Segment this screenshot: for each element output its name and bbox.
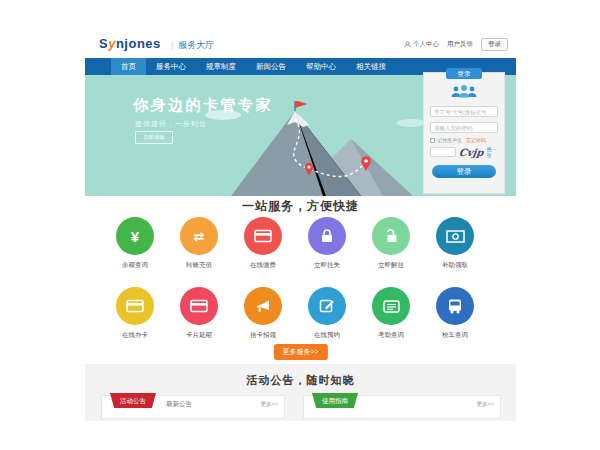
remember-checkbox[interactable] — [430, 138, 435, 143]
service-label[interactable]: 在线预约 — [295, 331, 359, 340]
login-panel: 登录 记住用户名 忘记密码 Cvjp 换一张 登录 — [423, 72, 505, 194]
header-login-button[interactable]: 登录 — [481, 38, 508, 51]
logo-accent: y — [108, 36, 116, 51]
login-tab[interactable]: 登录 — [446, 68, 482, 79]
list-icon[interactable] — [372, 287, 410, 325]
portal-name-label: 服务大厅 — [178, 40, 214, 50]
services-section-title: 一站服务，方便快捷 — [85, 198, 516, 215]
bus-icon[interactable] — [436, 287, 474, 325]
card-icon[interactable] — [244, 217, 282, 255]
personal-center-label: 个人中心 — [413, 40, 439, 49]
service-label[interactable]: 立即挂失 — [295, 261, 359, 270]
service-label[interactable]: 在线办卡 — [103, 331, 167, 340]
captcha-input[interactable] — [430, 147, 456, 157]
person-icon — [404, 41, 411, 48]
service-item-11: 校车查询 — [423, 287, 487, 340]
nav-item-1[interactable]: 服务中心 — [146, 58, 196, 75]
header-right: 个人中心 用户反馈 登录 — [404, 38, 508, 51]
service-item-6: 在线办卡 — [103, 287, 167, 340]
more-services-button[interactable]: 更多服务>> — [273, 344, 327, 360]
username-input[interactable] — [430, 106, 498, 117]
site-page: Synjones |服务大厅 个人中心 用户反馈 登录 首页服务中心规章制度新闻… — [85, 30, 516, 421]
service-label[interactable]: 立即解挂 — [359, 261, 423, 270]
edit-icon[interactable] — [308, 287, 346, 325]
banner-subtitle: 提供捷径，一步到位 — [135, 119, 207, 129]
right-ribbon-tab[interactable]: 使用指南 — [312, 393, 358, 408]
nav-item-4[interactable]: 帮助中心 — [296, 58, 346, 75]
service-label[interactable]: 在线缴费 — [231, 261, 295, 270]
captcha-row: Cvjp 换一张 — [430, 146, 500, 158]
user-feedback-label: 用户反馈 — [447, 40, 473, 49]
service-label[interactable]: 余额查询 — [103, 261, 167, 270]
service-item-1: ⇄转账充值 — [167, 217, 231, 270]
banner-cta-button[interactable]: 立即体验 — [135, 131, 173, 144]
hero-banner: 你身边的卡管专家 提供捷径，一步到位 立即体验 登录 记住用户名 忘记密码 Cv… — [85, 75, 516, 196]
logo[interactable]: Synjones — [99, 36, 161, 51]
logo-s: S — [99, 36, 108, 51]
remember-row: 记住用户名 忘记密码 — [430, 137, 500, 143]
nav-item-5[interactable]: 相关链接 — [346, 58, 396, 75]
nav-item-0[interactable]: 首页 — [111, 58, 146, 75]
service-label[interactable]: 考勤查询 — [359, 331, 423, 340]
logo-rest: njones — [116, 36, 161, 51]
yen-icon[interactable]: ¥ — [116, 217, 154, 255]
service-item-5: 补助领取 — [423, 217, 487, 270]
banner-title: 你身边的卡管专家 — [133, 96, 273, 115]
service-item-8: 拾卡招领 — [231, 287, 295, 340]
announcements-section: 活动公告，随时知晓 活动公告 最新公告 更多>> 使用指南 更多>> — [85, 364, 516, 421]
nav-item-2[interactable]: 规章制度 — [196, 58, 246, 75]
service-item-7: 卡片延期 — [167, 287, 231, 340]
transfer-icon[interactable]: ⇄ — [180, 217, 218, 255]
service-label[interactable]: 校车查询 — [423, 331, 487, 340]
password-input[interactable] — [430, 122, 498, 133]
mountain-illustration — [183, 101, 438, 196]
service-label[interactable]: 转账充值 — [167, 261, 231, 270]
banknote-icon[interactable] — [436, 217, 474, 255]
users-icon — [449, 84, 479, 99]
service-item-9: 在线预约 — [295, 287, 359, 340]
service-label[interactable]: 拾卡招领 — [231, 331, 295, 340]
service-item-3: 立即挂失 — [295, 217, 359, 270]
service-item-4: 立即解挂 — [359, 217, 423, 270]
captcha-image: Cvjp — [458, 147, 484, 158]
user-feedback-link[interactable]: 用户反馈 — [447, 40, 473, 49]
remember-label: 记住用户名 — [437, 137, 462, 143]
announcements-left-panel: 活动公告 最新公告 更多>> — [101, 395, 285, 419]
megaphone-icon[interactable] — [244, 287, 282, 325]
left-more-link[interactable]: 更多>> — [261, 401, 278, 408]
unlock-icon[interactable] — [372, 217, 410, 255]
captcha-refresh-link[interactable]: 换一张 — [486, 146, 500, 158]
card-icon[interactable] — [180, 287, 218, 325]
login-submit-button[interactable]: 登录 — [432, 165, 496, 178]
logo-divider: | — [171, 40, 173, 50]
personal-center-link[interactable]: 个人中心 — [404, 40, 439, 49]
portal-name: |服务大厅 — [171, 39, 214, 52]
announcements-right-panel: 使用指南 更多>> — [303, 395, 501, 419]
service-label[interactable]: 补助领取 — [423, 261, 487, 270]
lock-icon[interactable] — [308, 217, 346, 255]
left-secondary-tab[interactable]: 最新公告 — [166, 400, 192, 409]
card-icon[interactable] — [116, 287, 154, 325]
left-ribbon-tab[interactable]: 活动公告 — [110, 393, 156, 408]
service-item-0: ¥余额查询 — [103, 217, 167, 270]
service-item-10: 考勤查询 — [359, 287, 423, 340]
service-item-2: 在线缴费 — [231, 217, 295, 270]
right-more-link[interactable]: 更多>> — [477, 401, 494, 408]
service-label[interactable]: 卡片延期 — [167, 331, 231, 340]
announcements-title: 活动公告，随时知晓 — [85, 364, 516, 388]
site-header: Synjones |服务大厅 个人中心 用户反馈 登录 — [85, 30, 516, 58]
nav-item-3[interactable]: 新闻公告 — [246, 58, 296, 75]
forgot-password-link[interactable]: 忘记密码 — [466, 137, 486, 143]
